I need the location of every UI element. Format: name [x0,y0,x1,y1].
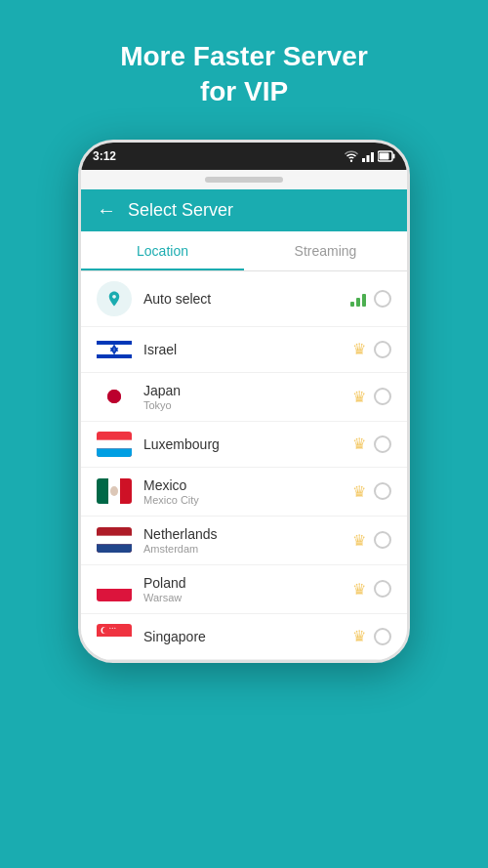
server-city: Mexico City [143,494,341,506]
wifi-icon [345,150,358,162]
tabs-container: Location Streaming [81,231,407,271]
header-title: Select Server [128,200,233,221]
server-info: Mexico Mexico City [143,477,341,506]
svg-rect-15 [97,448,132,457]
radio-button[interactable] [374,482,391,500]
radio-button[interactable] [374,290,391,308]
flag-mexico [97,478,132,504]
radio-button[interactable] [374,388,391,405]
list-item[interactable]: Netherlands Amsterdam ♛ [81,517,407,565]
server-city: Amsterdam [143,543,341,555]
svg-point-19 [110,486,118,496]
list-item[interactable]: Mexico Mexico City ♛ [81,468,407,517]
signal-bars [350,291,366,307]
server-name: Netherlands [143,526,341,542]
list-item[interactable]: Singapore ♛ [81,614,407,660]
hero-text: More Faster Server for VIP [120,39,368,110]
signal-bar-1 [350,302,354,307]
flag-singapore [97,624,132,649]
back-button[interactable]: ← [97,199,116,222]
radio-button[interactable] [374,531,391,549]
server-name: Luxembourg [143,436,341,452]
svg-rect-5 [393,153,395,158]
svg-rect-8 [97,354,132,358]
notch-bar [205,177,283,183]
svg-point-12 [107,390,121,403]
flag-netherlands [97,527,132,553]
crown-icon: ♛ [352,434,366,453]
server-actions: ♛ [352,627,391,645]
status-time: 3:12 [93,149,116,163]
server-info: Japan Tokyo [143,383,341,411]
luxembourg-flag-svg [97,432,132,457]
svg-rect-17 [97,478,108,504]
svg-rect-14 [97,439,132,448]
crown-icon: ♛ [352,531,366,550]
radio-button[interactable] [374,580,391,598]
server-city: Warsaw [143,592,341,603]
signal-icon [362,150,374,162]
server-actions: ♛ [352,482,391,501]
server-list: Auto select [81,271,407,660]
radio-button[interactable] [374,435,391,453]
server-actions [350,290,391,308]
svg-rect-21 [97,536,132,545]
battery-icon [378,150,395,162]
svg-rect-11 [97,384,132,409]
server-name: Israel [143,342,341,357]
server-info: Singapore [143,629,341,644]
server-actions: ♛ [352,340,391,358]
crown-icon: ♛ [352,482,366,501]
server-info: Poland Warsaw [143,575,341,603]
signal-bar-2 [356,298,360,307]
svg-rect-0 [362,158,365,162]
phone-notch [81,170,407,189]
server-actions: ♛ [352,388,391,406]
server-name: Japan [143,383,341,398]
svg-point-28 [102,627,109,634]
tab-location[interactable]: Location [81,231,244,270]
server-actions: ♛ [352,434,391,453]
status-icons [345,150,395,162]
app-header: ← Select Server [81,189,407,231]
mexico-flag-svg [97,478,132,504]
crown-icon: ♛ [352,340,366,358]
server-city: Tokyo [143,399,341,411]
server-info: Israel [143,342,341,357]
netherlands-flag-svg [97,527,132,553]
svg-rect-4 [380,152,389,159]
list-item[interactable]: Auto select [81,271,407,327]
status-bar: 3:12 [81,143,407,170]
server-name: Singapore [143,629,341,644]
signal-bar-3 [362,294,366,307]
list-item[interactable]: Luxembourg ♛ [81,422,407,468]
tab-streaming[interactable]: Streaming [244,231,407,270]
israel-flag-svg [97,337,132,362]
server-info: Netherlands Amsterdam [143,526,341,555]
server-info: Auto select [143,291,339,307]
flag-poland [97,576,132,601]
location-pin-icon [105,290,123,308]
svg-rect-18 [120,478,132,504]
svg-rect-6 [97,337,132,362]
server-actions: ♛ [352,580,391,599]
server-name: Auto select [143,291,339,307]
phone-mockup: 3:12 ← [78,140,410,663]
svg-rect-22 [97,545,132,554]
radio-button[interactable] [374,628,391,645]
singapore-flag-svg [97,624,132,649]
list-item[interactable]: Israel ♛ [81,327,407,373]
japan-flag-svg [97,384,132,409]
list-item[interactable]: Japan Tokyo ♛ [81,373,407,422]
flag-luxembourg [97,432,132,457]
flag-japan [97,384,132,409]
hero-line1: More Faster Server [120,39,368,74]
flag-israel [97,337,132,362]
svg-rect-7 [97,341,132,345]
auto-select-icon [97,281,132,316]
crown-icon: ♛ [352,580,366,599]
svg-rect-1 [367,155,370,162]
list-item[interactable]: Poland Warsaw ♛ [81,565,407,614]
crown-icon: ♛ [352,388,366,406]
radio-button[interactable] [374,341,391,358]
